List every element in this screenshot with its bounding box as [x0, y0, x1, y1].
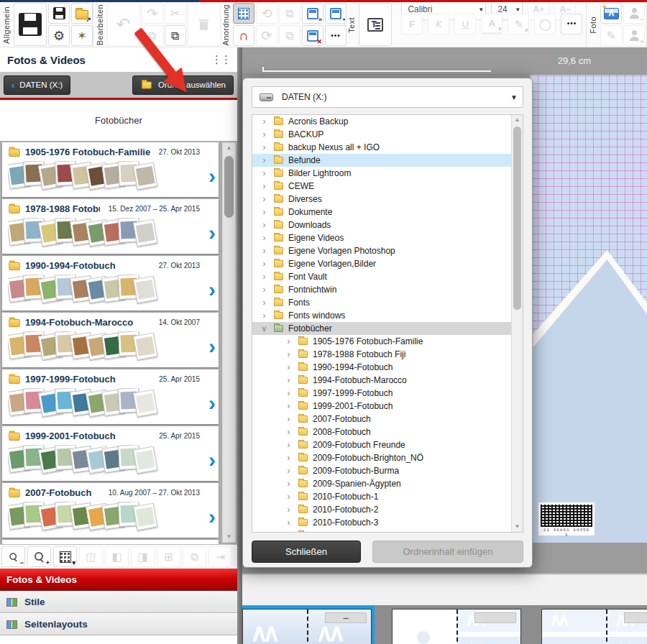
tree-item[interactable]: › 1997-1999-Fotobuch: [252, 387, 511, 400]
page-thumb-right[interactable]: [606, 610, 647, 644]
tree-item[interactable]: › 2009-Fotobuch-Brighton_NÖ: [252, 451, 511, 464]
expand-chevron-icon[interactable]: ›: [284, 389, 293, 397]
apply-template-button[interactable]: »: [302, 3, 324, 24]
save-as-button[interactable]: [48, 3, 70, 24]
delete-template-button[interactable]: ✕: [302, 25, 324, 46]
design-assistant-button[interactable]: ✶: [71, 25, 93, 46]
tree-item[interactable]: › Fonts: [252, 296, 511, 309]
tree-item[interactable]: › Diverses: [252, 193, 511, 206]
expand-chevron-icon[interactable]: ›: [260, 272, 269, 281]
insert-folder-content-button[interactable]: Ordnerinhalt einfügen: [372, 540, 523, 563]
scroll-down-arrow[interactable]: ▼: [223, 532, 235, 542]
expand-chevron-icon[interactable]: ›: [260, 182, 269, 190]
expand-chevron-icon[interactable]: ›: [260, 285, 269, 294]
choose-folder-button[interactable]: Ordner auswählen: [132, 75, 234, 95]
drive-select[interactable]: DATEN (X:) ▼: [252, 86, 523, 108]
expand-chevron-icon[interactable]: ›: [260, 259, 269, 268]
page-thumb-right[interactable]: –: [307, 610, 371, 644]
expand-chevron-icon[interactable]: ›: [284, 479, 293, 488]
tree-item[interactable]: › 2010-Fotobuch-2: [252, 503, 511, 516]
expand-chevron-icon[interactable]: ›: [260, 195, 269, 203]
tree-item[interactable]: › Eigene Vorlagen Photoshop: [252, 244, 511, 257]
magnet-toggle-button[interactable]: ∩: [233, 25, 254, 46]
expand-chevron-icon[interactable]: ›: [260, 130, 269, 139]
tree-item[interactable]: › 2010-Fotobuch-3: [252, 516, 511, 529]
expand-chevron-icon[interactable]: ›: [284, 376, 293, 385]
settings-button[interactable]: ⚙: [48, 25, 70, 46]
expand-chevron-icon[interactable]: ›: [284, 350, 293, 359]
bold-button[interactable]: F: [401, 14, 423, 34]
scroll-down-arrow[interactable]: ▼: [512, 522, 523, 532]
tree-item[interactable]: › Eigene Videos: [252, 231, 511, 244]
expand-chevron-icon[interactable]: ›: [260, 221, 269, 229]
layout-grid-button[interactable]: ⊞: [157, 546, 180, 567]
expand-chevron-icon[interactable]: ›: [260, 247, 269, 255]
expand-chevron-icon[interactable]: ›: [260, 234, 269, 242]
save-button[interactable]: [14, 3, 47, 46]
underline-button[interactable]: U: [454, 14, 476, 34]
expand-chevron-icon[interactable]: ›: [284, 518, 293, 527]
photobook-item[interactable]: 2007-Fotobuch 10. Aug 2007 – 27. Okt 201…: [2, 483, 219, 538]
tree-item[interactable]: › 2009-Fotobuch-Burma: [252, 464, 511, 477]
tree-item[interactable]: › Dokumente: [252, 206, 511, 218]
thumbnail-size-button[interactable]: ▾: [53, 546, 77, 567]
photobook-item[interactable]: 1999-2001-Fotobuch 25. Apr 2015: [2, 426, 219, 481]
scroll-up-arrow[interactable]: ▲: [223, 143, 235, 153]
tree-item[interactable]: › 2010-Fotobuch-Chi: [252, 529, 511, 532]
tree-item[interactable]: › Befunde: [252, 154, 511, 167]
layout-spread-button[interactable]: ◫: [79, 546, 103, 567]
undo-button[interactable]: ↶: [107, 3, 140, 46]
tree-item[interactable]: › Fonts windows: [252, 309, 511, 322]
tree-item[interactable]: › BACKUP: [252, 128, 511, 141]
expand-chevron-icon[interactable]: ›: [284, 492, 293, 501]
expand-chevron-icon[interactable]: ›: [284, 466, 293, 475]
tree-item[interactable]: › 1994-Fotobuch-Marocco: [252, 374, 511, 387]
open-project-button[interactable]: ↗: [71, 3, 93, 24]
text-shape-button[interactable]: ◯: [534, 14, 556, 34]
tree-item[interactable]: › 1905-1976 Fotobuch-Familie: [252, 335, 511, 348]
photobook-item[interactable]: 1994-Fotobuch-Marocco 14. Okt 2007: [2, 313, 219, 367]
more-arrange-button[interactable]: •••: [325, 25, 347, 46]
expand-chevron-icon[interactable]: ›: [260, 169, 269, 178]
send-backward-button[interactable]: ⧉: [279, 25, 300, 46]
tree-item[interactable]: › Font Vault: [252, 270, 511, 283]
more-text-button[interactable]: •••: [561, 14, 582, 34]
expand-chevron-icon[interactable]: ›: [284, 402, 293, 410]
expand-chevron-icon[interactable]: ›: [284, 428, 293, 436]
tree-item[interactable]: › 1999-2001-Fotobuch: [252, 400, 511, 413]
panel-splitter[interactable]: [237, 47, 242, 644]
expand-chevron-icon[interactable]: ›: [260, 298, 269, 307]
bring-forward-button[interactable]: ⧉: [279, 3, 300, 24]
expand-chevron-icon[interactable]: ›: [284, 337, 293, 346]
expand-chevron-icon[interactable]: ›: [260, 143, 269, 152]
tree-item[interactable]: › 2009-Spanien-Ägypten: [252, 477, 511, 490]
tree-item[interactable]: › backup Nexus all + IGO: [252, 141, 511, 154]
expand-chevron-icon[interactable]: ∨: [260, 324, 269, 333]
photobook-item[interactable]: 1997-1999-Fotobuch 25. Apr 2015: [2, 369, 219, 424]
tree-item[interactable]: › Eigene Vorlagen,Bilder: [252, 257, 511, 270]
expand-chevron-icon[interactable]: ›: [260, 156, 269, 165]
tree-item[interactable]: › 1990-1994-Fotobuch: [252, 361, 511, 374]
expand-chevron-icon[interactable]: ›: [260, 311, 269, 320]
zoom-out-button[interactable]: −: [1, 546, 25, 567]
tree-item[interactable]: › Fontnichtwin: [252, 283, 511, 296]
back-cover-page[interactable]: 11 46861 14456 3: [530, 75, 647, 543]
page-thumb-left[interactable]: [393, 610, 456, 644]
list-scrollbar[interactable]: ▲ ▼: [222, 142, 236, 543]
tree-item[interactable]: ∨ Fotobücher: [252, 322, 511, 335]
rotate-left-button[interactable]: ⟲: [256, 3, 277, 24]
page-thumb-right[interactable]: [456, 610, 520, 644]
add-text-button[interactable]: [359, 3, 392, 46]
book-preview-button[interactable]: ⧉: [183, 546, 206, 567]
photobook-item[interactable]: 1905-1976 Fotobuch-Familie 27. Okt 2013: [2, 142, 219, 197]
save-template-button[interactable]: ▪: [325, 3, 347, 24]
redo-button[interactable]: ↷: [142, 3, 163, 24]
back-to-drive-button[interactable]: ‹ DATEN (X:): [4, 75, 70, 95]
photobook-item[interactable]: 1990-1994-Fotobuch 27. Okt 2013: [2, 256, 219, 310]
expand-chevron-icon[interactable]: ›: [284, 505, 293, 514]
accordion-item[interactable]: Fotos & Videos: [0, 569, 237, 591]
edit-photo-button[interactable]: ✎: [600, 25, 622, 46]
layout-right-page-button[interactable]: ◨: [131, 546, 155, 567]
add-photo-button[interactable]: +: [600, 3, 622, 24]
scrollbar-thumb[interactable]: [224, 156, 234, 218]
